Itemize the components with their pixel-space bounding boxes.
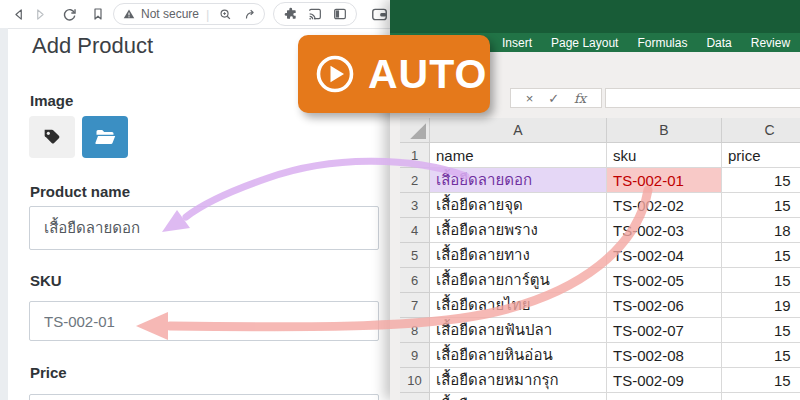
address-bar[interactable]: Not secure | (113, 3, 265, 25)
column-header-row: A B C (400, 118, 800, 143)
auto-badge[interactable]: AUTO (298, 35, 490, 113)
cell-sku[interactable]: TS-002-02 (607, 193, 722, 218)
back-icon[interactable] (10, 5, 28, 23)
excel-titlebar (390, 0, 800, 33)
cell-name[interactable]: เสื้อยืดลายทาง (430, 243, 607, 268)
open-folder-icon (93, 125, 117, 149)
product-name-input[interactable] (29, 206, 379, 250)
cell-sku[interactable]: TS-002-07 (607, 318, 722, 343)
cell-price[interactable]: 19 (722, 293, 800, 318)
product-name-label: Product name (30, 183, 130, 200)
cell-name[interactable]: เสื้อยืดลายพราง (430, 218, 607, 243)
play-circle-icon (312, 51, 358, 97)
cell-sku[interactable]: TS-002-03 (607, 218, 722, 243)
row-header[interactable]: 6 (400, 268, 430, 293)
bookmark-icon[interactable] (89, 5, 107, 23)
cell-name-highlighted[interactable]: เสื้อยืดลายดอก (430, 168, 607, 193)
formula-buttons: × ✓ fx (510, 88, 602, 108)
column-header-a[interactable]: A (430, 118, 607, 143)
tab-data[interactable]: Data (706, 36, 731, 50)
row-header[interactable]: 11 (400, 393, 430, 400)
sheet-row: 11 เสื้อยืดลาย (400, 393, 800, 400)
cell-sku[interactable]: TS-002-05 (607, 268, 722, 293)
cell-price[interactable]: 15 (722, 243, 800, 268)
sku-label: SKU (30, 272, 62, 289)
row-header[interactable]: 10 (400, 368, 430, 393)
sheet-row: 5 เสื้อยืดลายทาง TS-002-04 15 (400, 243, 800, 268)
row-header[interactable]: 7 (400, 293, 430, 318)
sheet-row: 2 เสื้อยืดลายดอก TS-002-01 15 (400, 168, 800, 193)
tab-page-layout[interactable]: Page Layout (551, 36, 618, 50)
cell-name[interactable]: เสื้อยืดลายหมากรุก (430, 368, 607, 393)
image-browse-button[interactable] (82, 116, 128, 158)
cast-icon[interactable] (307, 6, 323, 22)
row-header[interactable]: 8 (400, 318, 430, 343)
cell-price[interactable]: 18 (722, 218, 800, 243)
sheet-row: 8 เสื้อยืดลายฟันปลา TS-002-07 15 (400, 318, 800, 343)
row-header[interactable]: 5 (400, 243, 430, 268)
side-panel-icon[interactable] (332, 6, 348, 22)
price-input[interactable] (29, 394, 379, 400)
cell-price[interactable]: 15 (722, 268, 800, 293)
sheet-row: 9 เสื้อยืดลายหินอ่อน TS-002-08 15 (400, 343, 800, 368)
row-header[interactable]: 1 (400, 143, 430, 168)
cell-price[interactable]: 15 (722, 318, 800, 343)
cell-name[interactable]: เสื้อยืดลายการ์ตูน (430, 268, 607, 293)
insert-function-icon[interactable]: fx (574, 91, 586, 106)
cell-price[interactable]: 15 (722, 168, 800, 193)
cell-price[interactable] (722, 393, 800, 400)
image-label: Image (30, 92, 73, 109)
share-icon[interactable] (243, 7, 258, 22)
sheet-row: 6 เสื้อยืดลายการ์ตูน TS-002-05 15 (400, 268, 800, 293)
cell-name[interactable]: เสื้อยืดลายจุด (430, 193, 607, 218)
sku-input[interactable] (29, 301, 379, 341)
cell-sku[interactable] (607, 393, 722, 400)
row-header[interactable]: 4 (400, 218, 430, 243)
security-label: Not secure (141, 7, 199, 21)
page-title: Add Product (32, 33, 153, 59)
tag-icon (41, 126, 63, 148)
sheet-row: 1 name sku price (400, 143, 800, 168)
cell-name[interactable]: เสื้อยืดลายฟันปลา (430, 318, 607, 343)
sheet-row: 4 เสื้อยืดลายพราง TS-002-03 18 (400, 218, 800, 243)
cell-sku[interactable]: TS-002-04 (607, 243, 722, 268)
row-header[interactable]: 2 (400, 168, 430, 193)
forward-icon[interactable] (30, 5, 48, 23)
select-all-triangle-icon (408, 121, 426, 139)
cell-name[interactable]: เสื้อยืดลายไทย (430, 293, 607, 318)
cell-price[interactable]: 15 (722, 368, 800, 393)
row-header[interactable]: 3 (400, 193, 430, 218)
cell-name[interactable]: เสื้อยืดลาย (430, 393, 607, 400)
cell-sku-header[interactable]: sku (607, 143, 722, 168)
cell-sku[interactable]: TS-002-09 (607, 368, 722, 393)
column-header-b[interactable]: B (607, 118, 722, 143)
sheet-row: 10 เสื้อยืดลายหมากรุก TS-002-09 15 (400, 368, 800, 393)
cell-sku[interactable]: TS-002-08 (607, 343, 722, 368)
cell-price[interactable]: 15 (722, 193, 800, 218)
warning-triangle-icon (122, 7, 136, 21)
image-tag-button[interactable] (29, 116, 75, 158)
reload-icon[interactable] (60, 5, 78, 23)
wallet-icon[interactable] (369, 5, 389, 23)
worksheet-grid: A B C 1 name sku price 2 เสื้อยืดลายดอก … (400, 118, 800, 400)
page-left-gutter (0, 28, 8, 400)
enter-check-icon[interactable]: ✓ (548, 91, 559, 106)
cell-sku-highlighted[interactable]: TS-002-01 (607, 168, 722, 193)
row-header[interactable]: 9 (400, 343, 430, 368)
column-header-c[interactable]: C (722, 118, 800, 143)
select-all-corner[interactable] (400, 118, 430, 143)
tab-review[interactable]: Review (751, 36, 790, 50)
cell-price[interactable]: 15 (722, 343, 800, 368)
cell-sku[interactable]: TS-002-06 (607, 293, 722, 318)
tab-insert[interactable]: Insert (502, 36, 532, 50)
sheet-row: 3 เสื้อยืดลายจุด TS-002-02 15 (400, 193, 800, 218)
address-divider: | (206, 7, 209, 22)
formula-bar-input[interactable] (605, 88, 800, 108)
cell-name[interactable]: เสื้อยืดลายหินอ่อน (430, 343, 607, 368)
zoom-in-icon[interactable] (218, 7, 233, 22)
cell-name-header[interactable]: name (430, 143, 607, 168)
extensions-puzzle-icon[interactable] (283, 6, 299, 22)
cell-price-header[interactable]: price (722, 143, 800, 168)
tab-formulas[interactable]: Formulas (637, 36, 687, 50)
cancel-icon[interactable]: × (526, 91, 534, 106)
